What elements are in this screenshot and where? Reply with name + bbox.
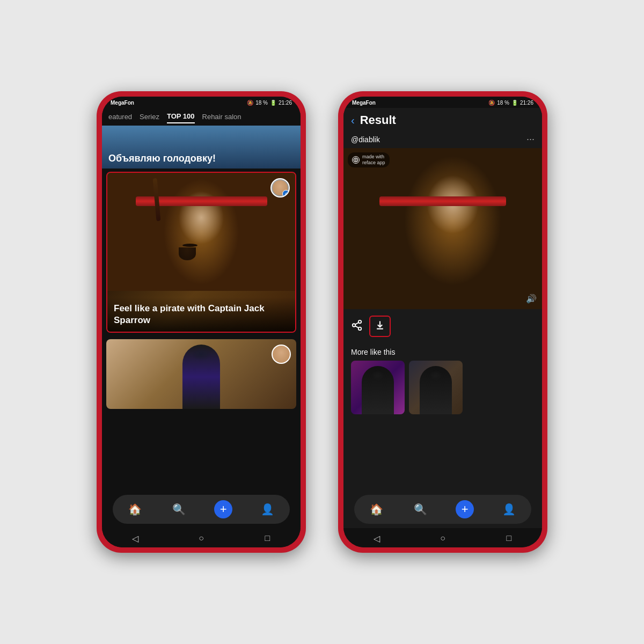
top-banner-text: Объявляю голодовку! xyxy=(108,153,216,164)
status-bar-right: MegaFon 🔕 18 % 🔋 21:26 xyxy=(343,97,542,108)
nav-search-left[interactable]: 🔍 xyxy=(170,500,188,518)
nav-home-left[interactable]: 🏠 xyxy=(126,500,144,518)
pirate-face xyxy=(107,173,295,291)
avatar-badge: ✓ xyxy=(282,190,290,197)
carrier-left: MegaFon xyxy=(111,100,134,106)
result-headband xyxy=(379,196,507,206)
pirate-card[interactable]: ✓ Feel like a pirate with Captain Jack S… xyxy=(106,172,296,333)
more-options-button[interactable]: ··· xyxy=(526,134,535,145)
result-title: Result xyxy=(360,113,535,127)
svg-line-7 xyxy=(355,322,358,324)
battery-left: 18 % xyxy=(255,100,268,106)
more-like-thumb-1[interactable] xyxy=(351,361,405,414)
battery-right: 18 % xyxy=(497,100,509,106)
more-like-section: More like this xyxy=(343,343,542,416)
nav-home-btn-left[interactable]: ○ xyxy=(195,532,207,544)
tab-top100[interactable]: TOP 100 xyxy=(167,112,195,123)
tab-featured[interactable]: eatured xyxy=(108,113,132,123)
globe-icon xyxy=(352,156,360,164)
nav-square-right[interactable]: □ xyxy=(503,532,515,544)
desert-figure xyxy=(182,345,220,409)
nav-home-right[interactable]: 🏠 xyxy=(367,500,385,518)
result-header: ‹ Result xyxy=(343,108,542,130)
svg-point-4 xyxy=(353,324,356,327)
nav-search-right[interactable]: 🔍 xyxy=(412,500,430,518)
time-left: 21:26 xyxy=(279,100,292,106)
nav-back-left[interactable]: ◁ xyxy=(129,532,141,544)
nav-home-btn-right[interactable]: ○ xyxy=(437,532,449,544)
svg-line-6 xyxy=(355,326,358,328)
phone-left-screen: MegaFon 🔕 18 % 🔋 21:26 eatured Seriez TO… xyxy=(102,97,301,547)
volume-icon[interactable]: 🔊 xyxy=(526,294,537,304)
status-right-right: 🔕 18 % 🔋 21:26 xyxy=(488,100,533,106)
nav-plus-right[interactable]: + xyxy=(456,500,474,518)
nav-tabs: eatured Seriez TOP 100 Rehair salon xyxy=(102,108,301,126)
result-user-row: @diablik ··· xyxy=(343,130,542,148)
user-avatar-left: ✓ xyxy=(270,178,290,197)
beard xyxy=(179,247,196,260)
second-card-avatar xyxy=(272,345,291,364)
svg-point-5 xyxy=(358,327,362,330)
spacer-right xyxy=(343,416,542,491)
nav-plus-left[interactable]: + xyxy=(214,500,232,518)
share-button[interactable] xyxy=(351,319,363,334)
phone-left: MegaFon 🔕 18 % 🔋 21:26 eatured Seriez TO… xyxy=(97,91,306,553)
battery-icon: 🔋 xyxy=(270,100,276,106)
second-card[interactable] xyxy=(106,339,296,409)
svg-point-3 xyxy=(358,320,362,323)
result-username: @diablik xyxy=(351,135,380,144)
nav-back-right[interactable]: ◁ xyxy=(371,532,383,544)
thumb1-figure xyxy=(362,366,394,414)
bottom-nav-right: 🏠 🔍 + 👤 xyxy=(354,495,531,524)
second-card-image xyxy=(106,339,296,409)
made-with-text: made with reface app xyxy=(362,154,385,166)
result-face-image xyxy=(343,148,542,309)
thumb2-figure xyxy=(420,366,452,414)
spacer xyxy=(102,412,301,491)
top-banner[interactable]: Объявляю голодовку! xyxy=(102,126,301,169)
pirate-card-text: Feel like a pirate with Captain Jack Spa… xyxy=(114,303,289,326)
phone-right: MegaFon 🔕 18 % 🔋 21:26 ‹ Result @diablik… xyxy=(338,91,547,553)
nav-profile-left[interactable]: 👤 xyxy=(259,500,277,518)
pirate-card-overlay: Feel like a pirate with Captain Jack Spa… xyxy=(107,297,295,332)
status-bar-left: MegaFon 🔕 18 % 🔋 21:26 xyxy=(102,97,301,108)
more-like-thumb-2[interactable] xyxy=(409,361,463,414)
result-video[interactable]: made with reface app 🔊 xyxy=(343,148,542,309)
tab-seriez[interactable]: Seriez xyxy=(140,113,159,123)
carrier-right: MegaFon xyxy=(352,100,376,106)
phone-right-screen: MegaFon 🔕 18 % 🔋 21:26 ‹ Result @diablik… xyxy=(343,97,542,547)
bottom-nav-left: 🏠 🔍 + 👤 xyxy=(113,495,290,524)
download-button[interactable] xyxy=(369,316,391,337)
scroll-content-left: Объявляю голодовку! ✓ Feel l xyxy=(102,126,301,528)
result-actions xyxy=(343,309,542,343)
download-icon xyxy=(375,320,385,333)
mustache xyxy=(182,244,197,247)
status-right-left: 🔕 18 % 🔋 21:26 xyxy=(247,100,292,106)
time-right: 21:26 xyxy=(520,100,533,106)
more-like-grid xyxy=(351,361,535,414)
back-button[interactable]: ‹ xyxy=(351,114,355,127)
mute-icon-right: 🔕 xyxy=(488,100,495,106)
phone-bottom-left: ◁ ○ □ xyxy=(102,528,301,547)
nav-square-left[interactable]: □ xyxy=(261,532,273,544)
mute-icon: 🔕 xyxy=(247,100,253,106)
phone-bottom-right: ◁ ○ □ xyxy=(343,528,542,547)
made-with-badge: made with reface app xyxy=(348,152,390,167)
battery-icon-right: 🔋 xyxy=(511,100,518,106)
tab-rehair[interactable]: Rehair salon xyxy=(202,113,241,123)
nav-profile-right[interactable]: 👤 xyxy=(500,500,518,518)
more-like-title: More like this xyxy=(351,348,535,356)
